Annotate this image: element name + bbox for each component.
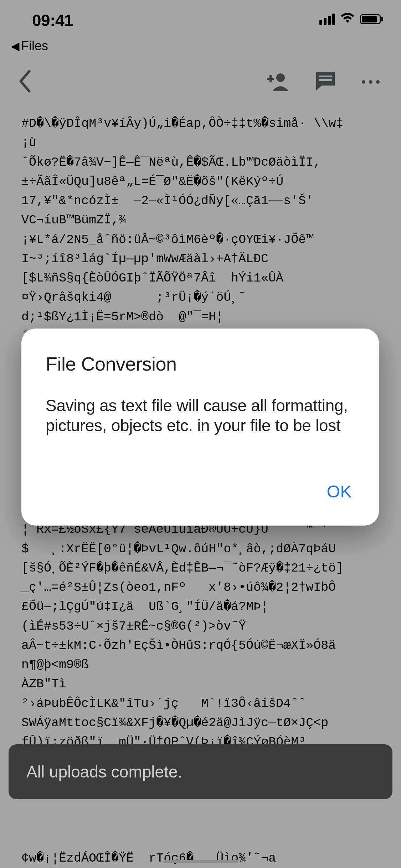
dialog-actions: OK xyxy=(46,478,355,505)
file-conversion-dialog: File Conversion Saving as text file will… xyxy=(21,329,379,526)
home-indicator[interactable] xyxy=(163,860,238,863)
ok-button[interactable]: OK xyxy=(324,478,355,505)
upload-toast: All uploads complete. xyxy=(9,744,392,799)
toast-message: All uploads complete. xyxy=(26,762,375,781)
dialog-message: Saving as text file will cause all forma… xyxy=(46,396,355,435)
dialog-title: File Conversion xyxy=(46,353,355,375)
